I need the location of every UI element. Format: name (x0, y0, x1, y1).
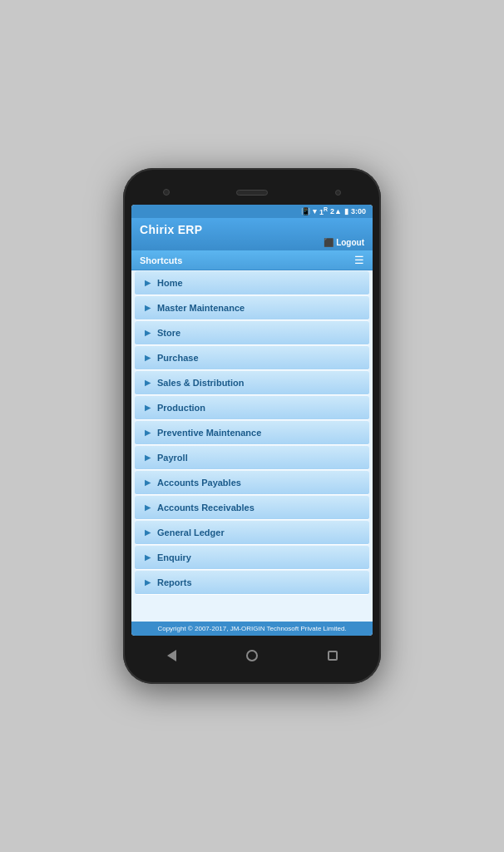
menu-arrow-payroll: ▶ (145, 453, 151, 462)
menu-arrow-production: ▶ (145, 404, 151, 412)
menu-item-purchase[interactable]: ▶ Purchase (135, 346, 369, 370)
menu-arrow-accounts-receivables: ▶ (145, 503, 151, 512)
app-footer: Copyright © 2007-2017, JM-ORIGIN Technos… (131, 622, 373, 636)
shortcuts-row: Shortcuts ☰ (131, 250, 373, 270)
menu-arrow-home: ▶ (145, 279, 151, 287)
phone-speaker (236, 190, 268, 196)
battery-icon: ▮ (344, 207, 348, 215)
logout-button[interactable]: ⬛ Logout (324, 238, 364, 247)
menu-label-store: Store (157, 328, 180, 338)
menu-item-home[interactable]: ▶ Home (135, 271, 369, 295)
clock: 3:00 (351, 207, 366, 215)
menu-label-sales-distribution: Sales & Distribution (157, 378, 245, 388)
menu-label-purchase: Purchase (157, 353, 199, 363)
menu-arrow-general-ledger: ▶ (145, 528, 151, 537)
copyright-text: Copyright © 2007-2017, JM-ORIGIN Technos… (157, 625, 346, 632)
menu-item-general-ledger[interactable]: ▶ General Ledger (135, 521, 369, 545)
menu-arrow-accounts-payables: ▶ (145, 478, 151, 487)
logout-icon: ⬛ (324, 238, 334, 247)
menu-arrow-store: ▶ (145, 329, 151, 337)
menu-item-payroll[interactable]: ▶ Payroll (135, 446, 369, 470)
phone-device: 📳 ▾ 1R 2▲ ▮ 3:00 Chirix ERP ⬛ Logout Sho… (123, 168, 381, 684)
menu-arrow-reports: ▶ (145, 578, 151, 587)
menu-item-store[interactable]: ▶ Store (135, 321, 369, 345)
home-button[interactable] (239, 646, 265, 666)
shortcuts-label: Shortcuts (140, 255, 182, 265)
menu-item-production[interactable]: ▶ Production (135, 396, 369, 420)
header-actions: ⬛ Logout (140, 238, 364, 247)
status-icons: 📳 ▾ 1R 2▲ ▮ 3:00 (301, 206, 366, 216)
phone-camera (163, 189, 170, 196)
status-bar: 📳 ▾ 1R 2▲ ▮ 3:00 (131, 205, 373, 218)
app-header: Chirix ERP ⬛ Logout (131, 218, 373, 250)
menu-item-accounts-receivables[interactable]: ▶ Accounts Receivables (135, 496, 369, 520)
app-title: Chirix ERP (140, 223, 364, 236)
menu-item-sales-distribution[interactable]: ▶ Sales & Distribution (135, 371, 369, 395)
menu-label-home: Home (157, 278, 183, 288)
menu-label-production: Production (157, 403, 205, 413)
menu-label-master-maintenance: Master Maintenance (157, 303, 245, 313)
menu-arrow-enquiry: ▶ (145, 553, 151, 562)
menu-arrow-purchase: ▶ (145, 354, 151, 362)
menu-list: ▶ Home ▶ Master Maintenance ▶ Store ▶ Pu… (131, 270, 373, 622)
phone-sensor (335, 190, 341, 196)
signal2-icon: 2▲ (330, 207, 342, 215)
menu-label-preventive-maintenance: Preventive Maintenance (157, 428, 261, 438)
menu-label-payroll: Payroll (157, 453, 188, 463)
vibrate-icon: 📳 (301, 207, 310, 215)
phone-bottom-nav (131, 641, 373, 671)
list-icon[interactable]: ☰ (354, 254, 364, 266)
recents-button[interactable] (319, 646, 346, 666)
menu-label-accounts-payables: Accounts Payables (157, 478, 241, 488)
phone-screen: 📳 ▾ 1R 2▲ ▮ 3:00 Chirix ERP ⬛ Logout Sho… (131, 205, 373, 636)
menu-label-accounts-receivables: Accounts Receivables (157, 503, 254, 513)
menu-label-enquiry: Enquiry (157, 552, 191, 562)
menu-item-accounts-payables[interactable]: ▶ Accounts Payables (135, 471, 369, 495)
back-button[interactable] (158, 646, 185, 666)
menu-item-enquiry[interactable]: ▶ Enquiry (135, 546, 369, 570)
menu-arrow-preventive-maintenance: ▶ (145, 428, 151, 437)
menu-label-reports: Reports (157, 577, 192, 587)
menu-item-preventive-maintenance[interactable]: ▶ Preventive Maintenance (135, 421, 369, 445)
phone-top-bezel (131, 183, 373, 201)
menu-arrow-master-maintenance: ▶ (145, 304, 151, 312)
menu-item-master-maintenance[interactable]: ▶ Master Maintenance (135, 296, 369, 320)
menu-label-general-ledger: General Ledger (157, 528, 225, 537)
wifi-icon: ▾ (313, 207, 317, 215)
signal-icon: 1R (319, 206, 328, 216)
menu-item-reports[interactable]: ▶ Reports (135, 571, 369, 595)
menu-arrow-sales-distribution: ▶ (145, 379, 151, 387)
